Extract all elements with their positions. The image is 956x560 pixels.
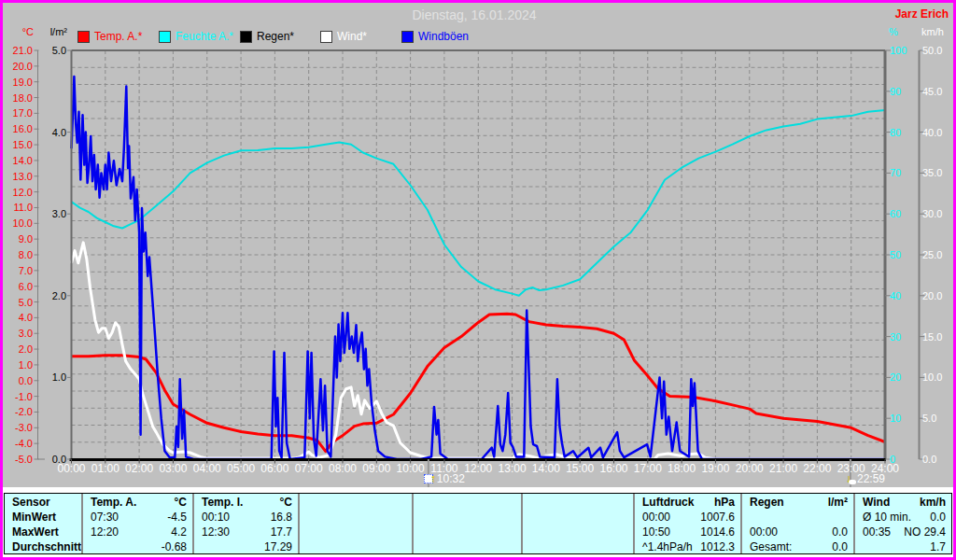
temp-axis-tick-label: 6.0 [5,281,33,292]
table-row: Gesamt:0.0 [742,540,853,555]
temp-axis-tick-label: 7.0 [5,265,33,276]
table-cell: ^1.4hPa/h [635,540,693,555]
sensor-name: Luftdruck [635,496,694,511]
legend-item: Feuchte A.* [159,30,233,43]
table-row [523,511,633,525]
table-row: 1.7 [855,540,951,555]
table-cell [300,525,307,540]
table-row [414,511,521,525]
temp-axis-tick-label: 10.0 [5,217,33,229]
temp-axis-tick-label: 2.0 [5,343,33,355]
temp-axis-tick-label: 21.0 [5,45,33,56]
table-header-row: Regenl/m² [742,496,853,511]
legend-item: Wind* [320,30,367,43]
sensor-unit: km/h [920,496,951,511]
sensor-unit [406,496,412,511]
chart-region: Dienstag, 16.01.2024 Jarz Erich °C l/m² … [3,3,953,487]
rain-axis-tick-label: 3.0 [40,208,66,219]
table-cell [406,540,412,555]
table-row [414,525,521,540]
humidity-axis-tick-label: 90 [890,86,914,97]
legend-swatch-icon [159,31,171,43]
humidity-axis-tick-label: 100 [890,45,914,56]
table-row-label: Durchschnitt [5,540,81,555]
table-cell: Ø 10 min. [855,511,911,525]
station-name: Jarz Erich [895,7,949,21]
legend-item: Regen* [240,30,294,43]
temp-axis-tick-label: 4.0 [5,312,33,323]
table-cell: 0.0 [832,525,853,540]
table-sensor-column: Regenl/m²00:000.0Gesamt:0.0 [742,494,855,553]
table-header-row [523,496,633,511]
temp-axis-tick-label: 13.0 [5,171,33,182]
temp-axis-tick-label: 16.0 [5,123,33,134]
table-cell: 1007.6 [700,511,740,525]
table-cell [627,525,633,540]
temp-axis-tick-label: 12.0 [5,187,33,198]
sensor-unit: °C [175,496,192,511]
temp-axis-tick-label: -1.0 [5,391,33,402]
plot-canvas [3,3,953,487]
temp-axis-tick-label: -3.0 [5,422,33,433]
sensor-unit: hPa [714,496,740,511]
table-row: 10:501014.6 [635,525,740,540]
temp-axis-tick-label: -4.0 [5,438,33,449]
legend-swatch-icon [77,31,90,43]
table-sensor-column [523,494,635,553]
table-cell: 1014.6 [700,525,740,540]
table-row: 00:000.0 [742,525,853,540]
humidity-axis-tick-label: 40 [890,290,914,301]
table-cell: 00:10 [194,511,230,525]
table-cell [515,540,521,555]
table-cell: 0.0 [832,540,853,555]
table-row [523,540,633,555]
temp-axis-tick-label: 0.0 [5,375,33,386]
temp-axis-tick-label: -2.0 [5,406,33,417]
humidity-axis-tick-label: 10 [890,413,914,424]
table-cell: Gesamt: [742,540,792,555]
table-row-label: MaxWert [5,525,81,540]
wind-axis-tick-label: 15.0 [922,331,950,343]
sensor-unit: l/m² [828,496,853,511]
table-row [414,540,521,555]
table-cell [627,540,633,555]
table-row [300,511,412,525]
legend-swatch-icon [401,31,414,43]
table-row: 00:1016.8 [194,511,298,525]
wind-axis-tick-label: 0.0 [922,454,950,465]
table-cell: NO 29.4 [904,525,951,540]
legend-swatch-icon [320,31,332,43]
table-header-row: Temp. I.°C [194,496,298,511]
humidity-axis-tick-label: 80 [890,127,914,138]
humidity-axis-tick-label: 20 [890,371,914,383]
humidity-axis-tick-label: 50 [890,249,914,260]
table-row-label: MinWert [5,511,81,525]
marker-time-label: 22:59 [857,472,885,485]
temp-axis-unit-label: °C [5,26,34,37]
table-sensor-column: Windkm/hØ 10 min.0.000:35NO 29.41.7 [855,494,951,553]
sensor-name [523,496,530,511]
wind-axis-tick-label: 10.0 [922,371,950,383]
table-cell: Sensor [5,496,50,511]
table-cell [300,511,307,525]
table-cell: 10:50 [635,525,670,540]
wind-axis-tick-label: 25.0 [922,249,950,260]
table-cell: -0.68 [162,540,192,555]
humidity-axis-unit-label: % [889,26,898,37]
table-cell: -4.5 [167,511,192,525]
moonset-icon [849,480,856,484]
table-row-label-column: SensorMinWertMaxWertDurchschnitt [5,494,83,553]
table-row: 17.29 [194,540,298,555]
table-sensor-column [414,494,523,553]
table-cell [742,511,750,525]
table-cell [515,511,521,525]
time-marker: ↑10:32 [424,472,465,485]
table-cell [523,511,530,525]
wind-axis-tick-label: 5.0 [922,413,950,424]
table-cell [523,525,530,540]
temp-axis-tick-label: 17.0 [5,107,33,119]
rain-axis-unit-label: l/m² [38,26,67,37]
table-cell: 00:00 [742,525,778,540]
temp-axis-tick-label: 14.0 [5,155,33,166]
table-row [742,511,853,525]
